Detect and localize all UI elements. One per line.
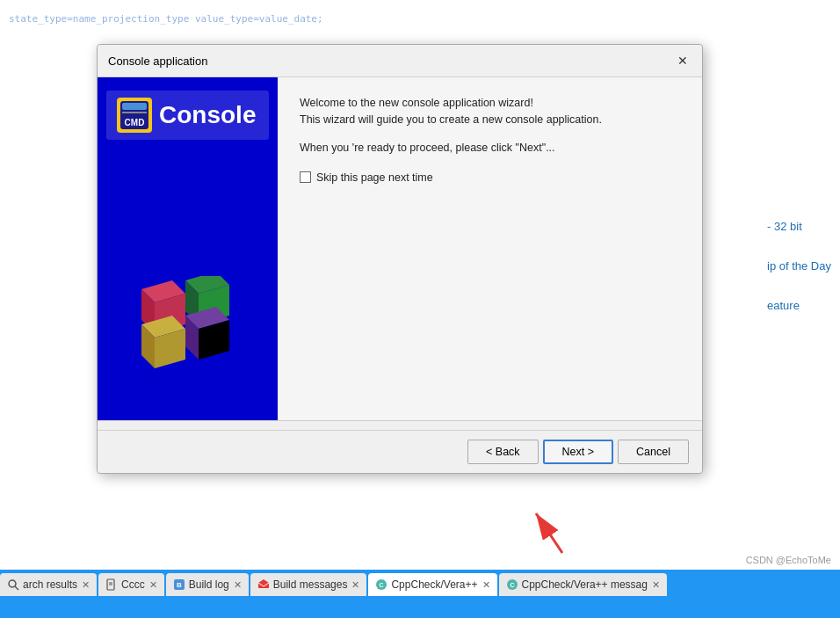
tab-build-log[interactable]: B Build log ✕ <box>166 573 249 596</box>
cube-purple <box>185 307 229 360</box>
console-logo-icon: CMD <box>117 98 152 133</box>
cube-yellow <box>141 316 185 368</box>
tab-close-cppcheck-msg[interactable]: ✕ <box>652 579 660 591</box>
right-panel-links: - 32 bit ip of the Day eature <box>767 220 840 312</box>
search-icon <box>7 578 19 591</box>
message-icon <box>257 578 270 591</box>
svg-rect-3 <box>122 112 147 113</box>
skip-label: Skip this page next time <box>316 171 433 184</box>
svg-line-20 <box>15 586 18 590</box>
tab-close-arch-results[interactable]: ✕ <box>82 579 90 591</box>
tab-label-build-log: Build log <box>189 578 229 591</box>
tab-close-cccc[interactable]: ✕ <box>149 579 157 591</box>
dialog-separator <box>98 420 702 421</box>
tab-cppcheck[interactable]: C CppCheck/Vera++ ✕ <box>368 573 496 596</box>
tab-label-cccc: Cccc <box>121 578 145 591</box>
svg-text:C: C <box>510 582 514 588</box>
cppcheck-msg-icon: C <box>506 578 518 591</box>
svg-point-19 <box>9 580 16 587</box>
tab-arch-results[interactable]: arch results ✕ <box>0 573 97 596</box>
tab-close-build-log[interactable]: ✕ <box>234 579 242 591</box>
dialog-title: Console application <box>108 55 207 68</box>
console-application-dialog: Console application ✕ CMD Console <box>97 44 703 474</box>
tab-label-cppcheck: CppCheck/Vera++ <box>391 578 477 591</box>
skip-checkbox[interactable] <box>300 171 311 183</box>
dialog-body: CMD Console <box>98 77 702 420</box>
dialog-footer: < Back Next > Cancel <box>98 430 702 473</box>
right-link-2[interactable]: ip of the Day <box>767 259 831 273</box>
skip-checkbox-row: Skip this page next time <box>300 171 680 184</box>
cancel-button[interactable]: Cancel <box>618 440 689 464</box>
cubes-illustration <box>124 276 264 394</box>
cppcheck-icon: C <box>375 578 387 591</box>
tab-build-messages[interactable]: Build messages ✕ <box>250 573 367 596</box>
dialog-image-panel: CMD Console <box>98 77 278 420</box>
tab-cccc[interactable]: Cccc ✕ <box>98 573 164 596</box>
proceed-text: When you 're ready to proceed, please cl… <box>300 142 680 154</box>
tab-cppcheck-msg[interactable]: C CppCheck/Vera++ messag ✕ <box>499 573 667 596</box>
console-logo: CMD Console <box>106 91 269 140</box>
right-link-3[interactable]: eature <box>767 299 831 312</box>
console-logo-text: Console <box>159 101 256 129</box>
tab-close-build-messages[interactable]: ✕ <box>351 579 359 591</box>
file-icon <box>105 578 118 591</box>
tab-label-arch-results: arch results <box>23 578 77 591</box>
dialog-content-panel: Welcome to the new console application w… <box>278 77 702 420</box>
build-icon: B <box>173 578 185 591</box>
right-link-1[interactable]: - 32 bit <box>767 220 831 233</box>
svg-text:B: B <box>177 581 182 589</box>
tab-bar: arch results ✕ Cccc ✕ B Build log ✕ Buil… <box>0 570 840 618</box>
watermark: CSDN @EchoToMe <box>746 555 831 565</box>
svg-text:C: C <box>380 582 384 588</box>
tab-label-build-messages: Build messages <box>273 578 348 591</box>
tab-label-cppcheck-msg: CppCheck/Vera++ messag <box>522 578 648 591</box>
dialog-titlebar: Console application ✕ <box>98 45 702 77</box>
welcome-text: Welcome to the new console application w… <box>300 95 680 128</box>
svg-text:CMD: CMD <box>125 118 145 127</box>
background-code: state_type=name_projection_type value_ty… <box>0 9 840 29</box>
svg-rect-2 <box>122 103 147 110</box>
back-button[interactable]: < Back <box>467 440 539 464</box>
dialog-close-button[interactable]: ✕ <box>674 52 692 69</box>
next-button[interactable]: Next > <box>543 440 613 464</box>
tab-close-cppcheck[interactable]: ✕ <box>482 579 490 591</box>
